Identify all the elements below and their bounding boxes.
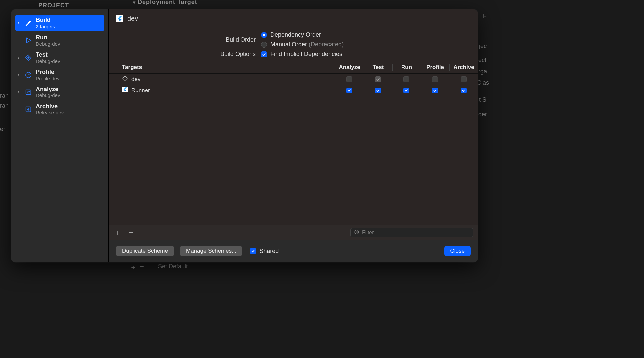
sidebar-item-title: Analyze [36, 86, 60, 93]
checkbox-icon [346, 76, 352, 82]
chevron-right-icon: › [16, 20, 21, 25]
bg-text: ran [0, 102, 9, 109]
minus-icon: − [140, 262, 144, 271]
duplicate-scheme-button[interactable]: Duplicate Scheme [116, 246, 174, 256]
play-icon [24, 36, 32, 44]
wrench-icon [24, 54, 32, 62]
hammer-icon [24, 19, 32, 27]
filter-icon [354, 229, 359, 236]
sidebar-item-title: Test [36, 51, 60, 58]
build-options: Build Order Dependency Order Manual Orde… [109, 27, 478, 61]
radio-manual-order[interactable]: Manual Order (Deprecated) [261, 41, 344, 48]
checkbox-find-implicit[interactable]: Find Implicit Dependencies [261, 51, 342, 58]
bg-text: jec [479, 43, 487, 50]
checkbox-icon[interactable] [403, 88, 409, 93]
scheme-name: dev [127, 15, 138, 22]
col-targets: Targets [116, 64, 335, 71]
checkbox-label: Find Implicit Dependencies [270, 51, 342, 58]
radio-icon [261, 42, 267, 48]
sidebar-item-build[interactable]: › Build 2 targets [15, 15, 104, 31]
checkbox-icon[interactable] [375, 88, 381, 93]
checkbox-icon [375, 76, 381, 82]
table-header: Targets Analyze Test Run Profile Archive [109, 61, 478, 74]
sidebar-item-test[interactable]: › Test Debug-dev [15, 49, 104, 66]
close-button[interactable]: Close [444, 246, 471, 256]
radio-label: Dependency Order [270, 31, 321, 38]
filter-field[interactable] [350, 228, 473, 237]
filter-input[interactable] [362, 230, 470, 236]
sidebar-item-archive[interactable]: › Archive Release-dev [15, 101, 104, 118]
targets-table: Targets Analyze Test Run Profile Archive… [109, 61, 478, 240]
sidebar-item-subtitle: Debug-dev [36, 41, 60, 47]
bg-set-default: Set Default [158, 263, 188, 270]
bg-text: Clas [477, 79, 489, 86]
dialog-footer: Duplicate Scheme Manage Schemes... Share… [109, 240, 478, 262]
gauge-icon [24, 71, 32, 79]
bg-text: ran [0, 92, 9, 99]
sidebar-item-subtitle: Debug-dev [36, 58, 60, 64]
sidebar-item-profile[interactable]: › Profile Profile-dev [15, 67, 104, 83]
table-toolbar: ＋ − [109, 225, 478, 240]
sidebar-item-subtitle: 2 targets [36, 24, 55, 29]
target-name: dev [131, 76, 140, 83]
checkbox-icon[interactable] [432, 88, 438, 93]
plus-icon: ＋ [130, 262, 137, 272]
scheme-main-panel: dev Build Order Dependency Order Manual … [109, 9, 478, 262]
bg-text: rga [478, 68, 487, 75]
checkbox-icon[interactable] [346, 88, 352, 93]
radio-label: Manual Order (Deprecated) [270, 41, 344, 48]
chevron-down-icon: ▾ [133, 0, 136, 5]
chevron-right-icon: › [16, 107, 21, 112]
scheme-actions-sidebar: › Build 2 targets › Run Debug-dev [11, 9, 109, 262]
bg-deployment-target: ▾ Deployment Target [133, 0, 197, 6]
chevron-right-icon: › [16, 72, 21, 77]
archive-icon [24, 105, 32, 113]
chevron-right-icon: › [16, 38, 21, 43]
col-analyze[interactable]: Analyze [335, 64, 364, 71]
diamond-icon [122, 75, 128, 83]
checkbox-icon [461, 76, 467, 82]
sidebar-item-analyze[interactable]: › Analyze Debug-dev [15, 84, 104, 100]
sidebar-item-subtitle: Profile-dev [36, 76, 60, 81]
chevron-right-icon: › [16, 55, 21, 60]
analyze-icon [24, 88, 32, 96]
bg-text: der [478, 111, 487, 118]
bg-text: F [483, 13, 487, 20]
svg-rect-3 [116, 15, 123, 22]
shared-checkbox[interactable]: Shared [250, 248, 279, 255]
radio-icon [261, 32, 267, 38]
sidebar-item-title: Profile [36, 69, 60, 76]
sidebar-item-title: Build [36, 17, 55, 24]
radio-dependency-order[interactable]: Dependency Order [261, 31, 344, 38]
checkbox-icon [261, 51, 267, 57]
table-row[interactable]: Runner [109, 85, 478, 96]
add-target-button[interactable]: ＋ [113, 228, 122, 237]
build-order-label: Build Order [116, 36, 256, 43]
manage-schemes-button[interactable]: Manage Schemes... [180, 246, 242, 256]
sidebar-item-subtitle: Release-dev [36, 110, 64, 115]
checkbox-icon [403, 76, 409, 82]
sidebar-item-title: Archive [36, 103, 64, 110]
remove-target-button[interactable]: − [127, 228, 135, 237]
col-archive[interactable]: Archive [449, 64, 478, 71]
chevron-right-icon: › [16, 90, 21, 94]
scheme-editor-dialog: › Build 2 targets › Run Debug-dev [11, 9, 478, 262]
svg-rect-4 [122, 87, 128, 92]
checkbox-icon [250, 248, 256, 254]
col-profile[interactable]: Profile [421, 64, 449, 71]
bg-text: er [0, 126, 5, 133]
bg-project-label: PROJECT [38, 2, 69, 9]
sidebar-item-run[interactable]: › Run Debug-dev [15, 32, 104, 49]
checkbox-icon [432, 76, 438, 82]
bg-text: ect [478, 57, 486, 64]
table-row[interactable]: dev [109, 74, 478, 85]
checkbox-icon[interactable] [461, 88, 467, 93]
col-test[interactable]: Test [364, 64, 392, 71]
flutter-icon [122, 87, 128, 94]
sidebar-item-subtitle: Debug-dev [36, 92, 60, 98]
target-name: Runner [131, 87, 150, 94]
shared-label: Shared [259, 248, 279, 255]
col-run[interactable]: Run [392, 64, 421, 71]
sidebar-item-title: Run [36, 34, 60, 41]
flutter-icon [116, 15, 123, 22]
